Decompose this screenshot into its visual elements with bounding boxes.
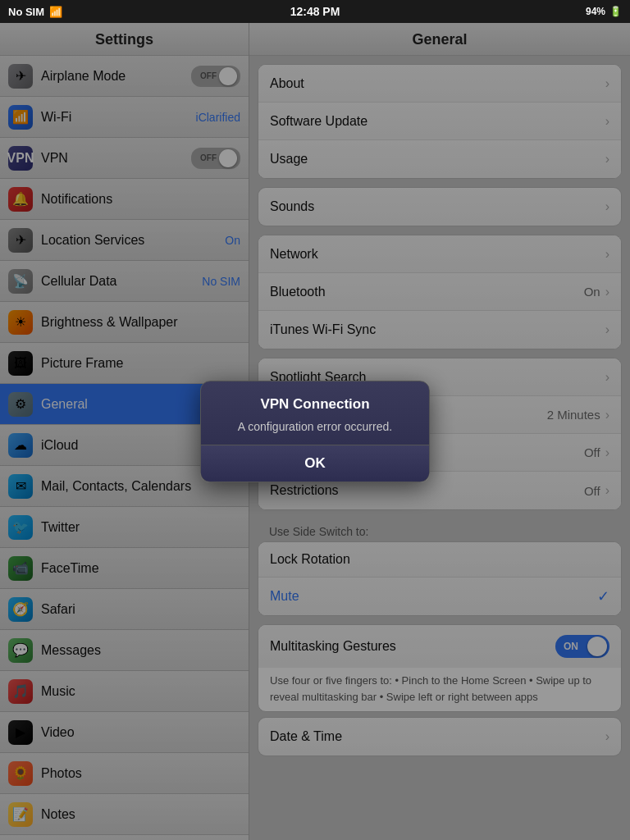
dialog-title: VPN Connection xyxy=(217,396,413,413)
status-bar: No SIM 📶 12:48 PM 94% 🔋 xyxy=(0,0,630,23)
status-left: No SIM 📶 xyxy=(8,6,62,18)
dialog-message: A configuration error occurred. xyxy=(217,419,413,436)
carrier-label: No SIM xyxy=(8,6,44,18)
dialog-overlay: VPN Connection A configuration error occ… xyxy=(0,23,630,840)
status-right: 94% 🔋 xyxy=(586,6,622,17)
status-time: 12:48 PM xyxy=(290,5,340,18)
wifi-icon: 📶 xyxy=(49,6,62,18)
dialog-ok-button[interactable]: OK xyxy=(201,445,429,482)
vpn-dialog: VPN Connection A configuration error occ… xyxy=(200,381,430,483)
dialog-content: VPN Connection A configuration error occ… xyxy=(201,381,429,445)
battery-icon: 🔋 xyxy=(609,6,622,17)
battery-percent: 94% xyxy=(586,6,605,17)
